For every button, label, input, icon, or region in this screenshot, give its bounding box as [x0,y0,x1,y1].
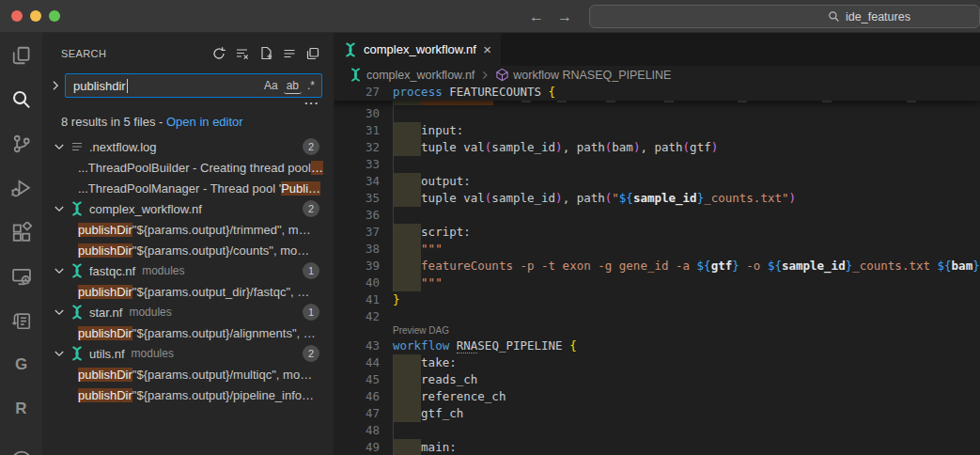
match-text: "${params.output}/multiqc", mo… [132,368,312,382]
open-in-panel-icon[interactable] [305,46,320,61]
line-number: 43 [334,337,393,354]
zoom-window-button[interactable] [49,10,60,22]
tab-complex-workflow[interactable]: complex_workflow.nf × [334,33,501,66]
match-count-badge: 2 [303,345,319,362]
match-case-toggle[interactable]: Aa [261,78,281,93]
match-count-badge: 2 [303,200,319,217]
indent-highlight [393,224,421,241]
collapse-all-icon[interactable] [282,46,297,61]
editor-group: complex_workflow.nf × complex_workflow.n… [334,33,980,455]
activity-remote-explorer-icon[interactable] [0,254,42,298]
chevron-down-icon[interactable] [52,305,67,320]
match-text: "${params.output_dir}/fastqc", … [132,285,309,299]
nav-back-button[interactable]: ← [529,8,544,25]
match-highlight: publishDir [78,388,132,402]
result-match-row[interactable]: publishDir "${params.output}/pipeline_in… [42,384,334,405]
toggle-replace-chevron-icon[interactable] [48,78,63,93]
indent-guide [393,105,394,122]
breadcrumb-item[interactable]: complex_workflow.nf [366,69,474,82]
chevron-down-icon[interactable] [52,139,67,154]
code-line: 38""" [334,241,980,258]
whole-word-toggle[interactable]: ab [284,78,302,94]
code-line: 36 [334,207,980,224]
code-line: 34output: [334,173,980,190]
result-match-row[interactable]: publishDir "${params.output}/alignments"… [42,322,334,343]
activity-extensions-icon[interactable] [0,210,42,254]
result-file-row[interactable]: .nextflow.log2 [42,136,334,157]
match-highlight: publishDir [78,326,132,340]
search-results-tree: .nextflow.log2...ThreadPoolBuilder - Cre… [42,136,334,405]
toggle-search-details-button[interactable]: ··· [42,98,334,112]
regex-toggle[interactable]: .* [304,78,318,93]
nav-forward-button[interactable]: → [557,8,572,25]
result-match-row[interactable]: publishDir "${params.output}/trimmed", m… [42,219,334,240]
activity-run-debug-icon[interactable] [0,165,42,210]
code-line: 47gtf_ch [334,405,980,422]
activity-explorer-icon[interactable] [0,33,42,77]
tab-close-icon[interactable]: × [483,42,491,56]
command-center-text: ide_features [846,10,910,24]
file-folder: modules [132,347,174,360]
partial-line-fragment [664,101,674,102]
activity-r-lang-icon[interactable]: R [0,386,42,431]
nextflow-file-icon [70,305,85,320]
code-lines: 3031input:32tuple val(sample_id), path(b… [334,105,980,455]
chevron-down-icon[interactable] [52,263,67,278]
nextflow-file-icon [70,346,85,361]
indent-guide [393,224,394,241]
symbol-cube-icon [495,68,509,82]
search-options: Aaab.* [261,78,318,94]
search-icon [828,10,840,23]
result-match-row[interactable]: publishDir "${params.output_dir}/fastqc"… [42,281,334,302]
chevron-down-icon[interactable] [52,346,67,361]
match-text: "${params.output}/pipeline_info… [132,388,314,402]
code-area: 27process FEATURECOUNTS { 3031input:32tu… [334,84,980,455]
minimize-window-button[interactable] [30,10,41,22]
indent-guide [393,439,394,455]
open-in-editor-link[interactable]: Open in editor [166,115,243,129]
result-match-row[interactable]: ...ThreadPoolBuilder - Creating thread p… [42,157,334,178]
result-file-row[interactable]: complex_workflow.nf2 [42,198,334,219]
activity-task-explorer-icon[interactable] [0,298,42,342]
line-number: 38 [334,241,393,258]
indent-highlight [393,405,421,422]
activity-account-icon[interactable] [0,431,42,455]
indent-guide [393,275,394,291]
search-input[interactable]: publishdir Aaab.* [65,73,322,98]
indent-highlight [393,354,421,371]
tab-label: complex_workflow.nf [364,42,476,56]
match-highlight: publishDir [78,223,132,237]
result-file-row[interactable]: fastqc.nfmodules1 [42,260,334,281]
code-line: 49main: [334,439,980,455]
activity-gitlens-icon[interactable]: G [0,342,42,386]
result-match-row[interactable]: ...ThreadPoolManager - Thread pool 'Publ… [42,178,334,198]
new-search-editor-icon[interactable] [258,46,273,61]
activity-search-icon[interactable] [0,77,42,121]
codelens-preview-dag[interactable]: Preview DAG [334,325,980,337]
line-number: 36 [334,207,393,224]
search-panel-header: SEARCH [42,42,334,65]
log-file-icon [70,139,85,154]
indent-guide [393,207,394,224]
match-highlight: publishDir [78,368,132,382]
line-number: 27 [334,84,393,101]
sticky-scroll-line[interactable]: 27process FEATURECOUNTS { [334,84,980,101]
close-window-button[interactable] [11,10,23,22]
activity-source-control-icon[interactable] [0,121,42,165]
file-name: utils.nf [89,347,125,361]
indent-guide [393,388,394,405]
partial-line-fragment [907,101,916,102]
activity-bar: GR [0,33,42,455]
result-match-row[interactable]: publishDir "${params.output}/counts", mo… [42,240,334,260]
result-match-row[interactable]: publishDir "${params.output}/multiqc", m… [42,364,334,384]
tab-bar: complex_workflow.nf × [334,33,980,66]
breadcrumb-item[interactable]: workflow RNASEQ_PIPELINE [513,69,671,82]
code-line: 48 [334,422,980,439]
indent-highlight [393,258,421,275]
refresh-icon[interactable] [211,46,226,61]
clear-results-icon[interactable] [235,46,250,61]
result-file-row[interactable]: star.nfmodules1 [42,302,334,322]
result-file-row[interactable]: utils.nfmodules2 [42,343,334,364]
command-center[interactable]: ide_features [589,5,980,28]
chevron-down-icon[interactable] [52,201,67,216]
